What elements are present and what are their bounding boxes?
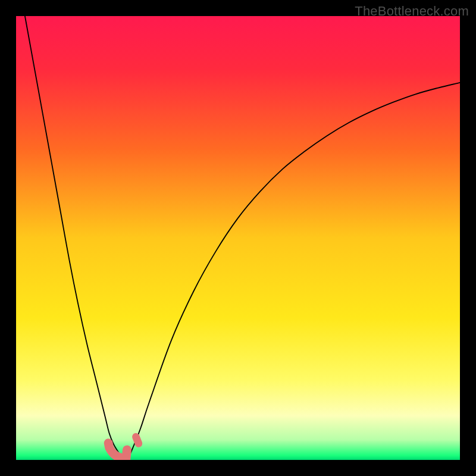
plot-area <box>16 16 460 460</box>
outer-frame: TheBottleneck.com <box>0 0 476 476</box>
attribution-label: TheBottleneck.com <box>355 4 469 19</box>
bottleneck-chart-svg <box>16 16 460 460</box>
highlight-segment <box>136 437 138 443</box>
gradient-background <box>16 16 460 460</box>
